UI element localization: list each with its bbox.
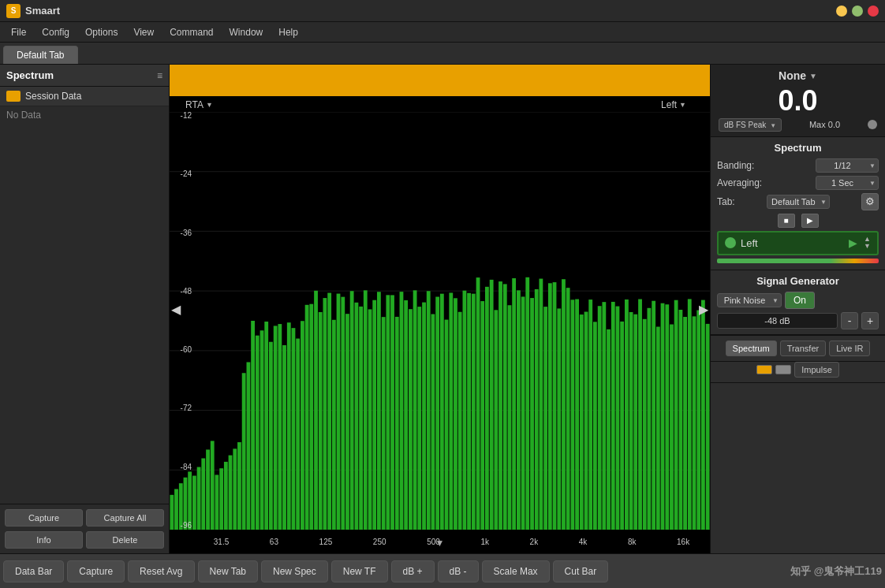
- x-label-315: 31.5: [214, 538, 229, 546]
- db-minus-button[interactable]: dB -: [438, 560, 479, 582]
- channel-play-icon[interactable]: ▶: [849, 236, 857, 249]
- svg-rect-14: [197, 467, 201, 530]
- maximize-button[interactable]: [852, 6, 863, 17]
- tab-row: Tab: Default Tab ⚙: [717, 193, 879, 210]
- svg-rect-39: [309, 304, 313, 530]
- menu-options[interactable]: Options: [77, 24, 125, 40]
- vu-mode-button[interactable]: dB FS Peak ▼: [719, 118, 782, 132]
- bottom-capture-button[interactable]: Capture: [67, 560, 125, 582]
- menu-command[interactable]: Command: [162, 24, 221, 40]
- svg-rect-74: [467, 293, 471, 530]
- color-swatch-gray[interactable]: [775, 365, 791, 374]
- svg-rect-113: [643, 319, 647, 530]
- svg-rect-49: [355, 303, 359, 530]
- svg-rect-31: [274, 326, 278, 530]
- play-button[interactable]: ▶: [801, 214, 819, 228]
- tab-transfer-btn[interactable]: Transfer: [780, 341, 827, 356]
- svg-rect-114: [647, 308, 651, 530]
- close-button[interactable]: [868, 6, 879, 17]
- scale-max-button[interactable]: Scale Max: [482, 560, 550, 582]
- panel-menu-icon[interactable]: ≡: [157, 70, 162, 81]
- svg-rect-90: [539, 279, 543, 530]
- right-bottom-tabs: Spectrum Transfer Live IR: [711, 335, 885, 362]
- svg-rect-26: [251, 321, 255, 530]
- reset-avg-button[interactable]: Reset Avg: [128, 560, 194, 582]
- app-title: Smaart: [25, 5, 60, 17]
- svg-rect-25: [247, 362, 251, 530]
- svg-rect-57: [390, 295, 394, 530]
- tab-spectrum-btn[interactable]: Spectrum: [726, 341, 777, 356]
- svg-rect-104: [602, 302, 606, 530]
- channel-name: Left: [741, 237, 844, 249]
- siggen-type-select[interactable]: Pink Noise White Noise Sine Wave: [717, 293, 782, 307]
- svg-rect-28: [260, 330, 264, 530]
- averaging-select[interactable]: 1 Sec 2 Sec 500ms None: [816, 176, 879, 190]
- svg-rect-54: [377, 292, 381, 530]
- scroll-down-arrow[interactable]: ▼: [435, 538, 445, 549]
- svg-rect-65: [427, 291, 431, 530]
- svg-rect-69: [445, 320, 449, 530]
- channel-scroll-down[interactable]: ▼: [864, 243, 871, 251]
- menu-file[interactable]: File: [3, 24, 34, 40]
- new-tf-button[interactable]: New TF: [331, 560, 388, 582]
- tab-impulse-btn[interactable]: Impulse: [794, 362, 839, 378]
- menu-config[interactable]: Config: [34, 24, 77, 40]
- vu-source-label: None: [779, 69, 806, 82]
- tab-select[interactable]: Default Tab: [767, 195, 830, 209]
- banding-row: Banding: 1/12 1/6 1/3 1/1: [717, 158, 879, 173]
- rta-label[interactable]: RTA ▼: [185, 99, 213, 110]
- menu-help[interactable]: Help: [271, 24, 306, 40]
- new-spec-button[interactable]: New Spec: [261, 560, 328, 582]
- svg-rect-68: [440, 294, 444, 530]
- capture-button[interactable]: Capture: [5, 509, 83, 527]
- svg-rect-115: [652, 301, 655, 530]
- color-swatch-yellow[interactable]: [756, 365, 772, 374]
- svg-rect-15: [201, 458, 205, 530]
- svg-rect-33: [282, 345, 286, 530]
- cut-bar-button[interactable]: Cut Bar: [553, 560, 609, 582]
- info-button[interactable]: Info: [5, 531, 83, 549]
- svg-rect-52: [368, 309, 372, 530]
- svg-rect-75: [472, 294, 476, 530]
- banding-select[interactable]: 1/12 1/6 1/3 1/1: [816, 158, 879, 173]
- delete-button[interactable]: Delete: [86, 531, 164, 549]
- siggen-minus-button[interactable]: -: [841, 312, 858, 329]
- svg-rect-37: [301, 321, 304, 530]
- capture-all-button[interactable]: Capture All: [86, 509, 164, 527]
- left-label[interactable]: Left ▼: [661, 99, 686, 110]
- minimize-button[interactable]: [836, 6, 847, 17]
- svg-rect-38: [305, 305, 309, 530]
- db-plus-button[interactable]: dB +: [391, 560, 435, 582]
- scroll-left-arrow[interactable]: ◀: [171, 302, 181, 317]
- svg-rect-47: [345, 314, 349, 530]
- signal-generator-section: Signal Generator Pink Noise White Noise …: [711, 270, 885, 335]
- data-bar-button[interactable]: Data Bar: [3, 560, 64, 582]
- svg-rect-58: [395, 317, 399, 530]
- svg-rect-76: [476, 277, 480, 530]
- tab-live-ir-btn[interactable]: Live IR: [829, 341, 870, 356]
- stop-button[interactable]: ■: [778, 214, 795, 228]
- panel-buttons: Capture Capture All: [0, 504, 169, 531]
- svg-rect-122: [683, 317, 687, 530]
- gear-button[interactable]: ⚙: [861, 193, 879, 210]
- menu-view[interactable]: View: [125, 24, 162, 40]
- vu-dot: [868, 120, 877, 129]
- vu-dropdown[interactable]: None ▼: [715, 69, 880, 82]
- scroll-right-arrow[interactable]: ▶: [699, 302, 708, 317]
- svg-rect-110: [629, 312, 633, 530]
- channel-row[interactable]: Left ▶ ▲ ▼: [717, 231, 879, 256]
- siggen-type-wrap: Pink Noise White Noise Sine Wave: [717, 293, 782, 307]
- svg-rect-93: [553, 282, 557, 530]
- banding-select-wrap: 1/12 1/6 1/3 1/1: [816, 158, 879, 173]
- svg-rect-19: [219, 468, 223, 530]
- svg-rect-60: [404, 300, 408, 530]
- session-row[interactable]: Session Data: [0, 87, 169, 106]
- y-label-36: -36: [171, 229, 192, 237]
- siggen-on-button[interactable]: On: [785, 292, 815, 309]
- siggen-plus-button[interactable]: +: [861, 312, 879, 329]
- menu-window[interactable]: Window: [222, 24, 271, 40]
- x-axis: 31.5 63 125 250 500 1k 2k 4k 8k 16k: [193, 530, 710, 553]
- tab-default[interactable]: Default Tab: [3, 46, 78, 64]
- new-tab-button[interactable]: New Tab: [198, 560, 258, 582]
- app-icon: S: [6, 4, 21, 18]
